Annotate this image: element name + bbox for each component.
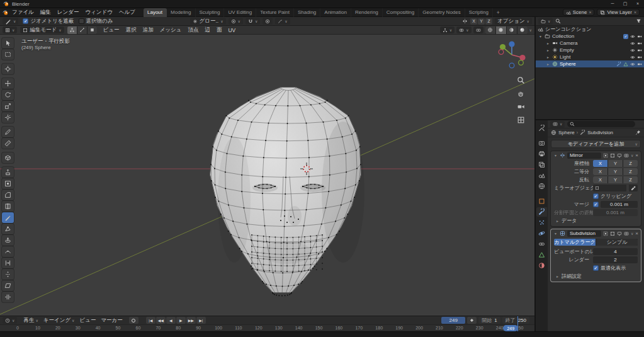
menu-help[interactable]: ヘルプ <box>116 9 138 16</box>
workspace-tab-shading[interactable]: Shading <box>294 8 320 17</box>
merge-threshold-field[interactable]: 0.001 m <box>601 201 638 208</box>
tool-select-box[interactable] <box>2 49 14 60</box>
search-icon[interactable] <box>555 18 561 24</box>
outliner-row-collection[interactable]: ▾Collection✓ <box>536 33 644 40</box>
properties-editor-type-button[interactable]: ∨ <box>550 121 565 128</box>
clipping-checkbox[interactable]: ✓ クリッピング <box>593 193 638 200</box>
properties-tab-world[interactable] <box>536 181 547 191</box>
display-render-icon[interactable] <box>624 153 629 158</box>
frame-end-field[interactable]: 終了 250 <box>502 317 529 324</box>
disclosure-icon[interactable]: ▸ <box>546 55 550 59</box>
tool-edge-slide[interactable] <box>2 258 14 268</box>
workspace-tab-modeling[interactable]: Modeling <box>167 8 195 17</box>
tool-move[interactable] <box>2 78 14 89</box>
properties-tab-data[interactable] <box>536 250 547 260</box>
tool-measure[interactable] <box>2 138 14 149</box>
select-mode-face[interactable] <box>88 26 97 34</box>
viewport-menu-vertex[interactable]: 頂点 <box>184 26 201 34</box>
filter-icon[interactable] <box>636 18 641 24</box>
viewport-menu-view[interactable]: ビュー <box>100 26 123 34</box>
disclosure-icon[interactable]: ▸ <box>546 41 550 45</box>
properties-tab-particles[interactable] <box>536 218 547 227</box>
delete-modifier-icon[interactable]: × <box>635 231 638 236</box>
only-selected-checkbox[interactable]: 選択物のみ <box>79 18 113 25</box>
snap-toggle[interactable]: ∨ <box>246 18 260 25</box>
levels-viewport-field[interactable]: 4 <box>593 248 638 255</box>
unlink-view-layer-icon[interactable]: × <box>634 10 636 14</box>
timeline-ruler[interactable]: 0102030405060708090100110120130140150160… <box>0 324 534 331</box>
properties-tab-view-layer[interactable] <box>536 160 547 169</box>
select-mode-edge[interactable] <box>77 26 87 34</box>
minimize-button[interactable]: ─ <box>606 0 619 8</box>
tool-poly-build[interactable] <box>2 224 14 234</box>
mirror-object-field[interactable] <box>593 185 626 191</box>
outliner-row-light[interactable]: ▸Light <box>536 54 644 60</box>
maximize-button[interactable]: ▢ <box>619 0 631 8</box>
keyframe-button[interactable] <box>467 317 477 324</box>
modifier-extras-dropdown[interactable]: ∨ <box>631 154 633 157</box>
viewport-menu-mesh[interactable]: メッシュ <box>157 26 185 34</box>
timeline-menu-view[interactable]: ビュー <box>77 317 99 324</box>
select-mode-vertex[interactable] <box>67 26 77 34</box>
properties-tab-modifiers[interactable] <box>536 207 547 217</box>
outliner-row-camera[interactable]: ▸Camera <box>536 40 644 47</box>
playback-play-reverse[interactable]: ◀ <box>166 317 176 324</box>
disable-in-renders-icon[interactable] <box>637 55 642 60</box>
tool-loop-cut[interactable] <box>2 201 14 212</box>
mirror-data-section[interactable]: ▸ データ <box>551 217 641 224</box>
properties-search-field[interactable] <box>567 121 635 127</box>
shading-material-preview[interactable] <box>507 26 517 34</box>
3d-viewport[interactable]: ユーザー・平行投影 (249) Sphere <box>0 35 534 316</box>
levels-render-field[interactable]: 2 <box>593 256 638 263</box>
pin-icon[interactable] <box>635 130 641 135</box>
flip-y-toggle[interactable]: Y <box>608 176 623 183</box>
playback-jump-to-next-keyframe[interactable]: ▶▶ <box>186 317 196 324</box>
outliner-row-sphere[interactable]: ▸Sphere <box>536 60 644 67</box>
close-button[interactable]: × <box>631 0 644 8</box>
axis-x-toggle[interactable]: X <box>593 160 607 167</box>
menu-render[interactable]: レンダー <box>54 9 82 16</box>
mode-dropdown[interactable]: 編集モード ∨ <box>20 26 64 33</box>
disable-in-renders-icon[interactable] <box>637 34 642 39</box>
occlude-geometry-checkbox[interactable]: ✓ ジオメトリを遮蔽 <box>23 18 74 25</box>
workspace-tab-sculpting[interactable]: Sculpting <box>196 8 225 17</box>
flip-z-toggle[interactable]: Z <box>623 176 638 183</box>
mirror-axis-y[interactable]: Y <box>478 18 485 25</box>
bisect-z-toggle[interactable]: Z <box>623 168 638 175</box>
transform-orientation-dropdown[interactable]: グロー.. ∨ <box>190 18 226 25</box>
blender-menu-icon[interactable] <box>3 9 9 16</box>
expand-icon[interactable]: ▾ <box>553 231 558 236</box>
tool-shear[interactable] <box>2 280 14 291</box>
pivot-point-dropdown[interactable]: ∨ <box>229 18 243 25</box>
disclosure-icon[interactable]: ▸ <box>546 48 550 52</box>
bisect-x-toggle[interactable]: X <box>593 168 607 175</box>
tool-annotate[interactable] <box>2 127 14 137</box>
scene-collection-row[interactable]: シーンコレクション <box>536 26 644 33</box>
menu-file[interactable]: ファイル <box>9 9 37 16</box>
show-gizmo-dropdown[interactable]: ∨ <box>440 26 455 33</box>
viewport-menu-face[interactable]: 面 <box>213 26 225 34</box>
view-layer-selector[interactable]: View Layer × <box>597 9 640 16</box>
workspace-tab-layout[interactable]: Layout <box>144 8 167 17</box>
scene-selector[interactable]: Scene × <box>563 9 595 16</box>
breadcrumb-modifier[interactable]: Subdivision <box>587 130 613 135</box>
tool-tweak[interactable] <box>2 38 14 49</box>
display-realtime-icon[interactable] <box>617 153 622 158</box>
toggle-ortho-icon[interactable] <box>517 116 525 124</box>
tool-rotate[interactable] <box>2 89 14 100</box>
auto-keying-toggle[interactable] <box>129 317 138 324</box>
display-edit-mode-icon[interactable] <box>610 153 615 158</box>
timeline-menu-playback[interactable]: 再生∨ <box>21 317 40 324</box>
proportional-edit-toggle[interactable] <box>263 18 273 25</box>
modifier-extras-dropdown[interactable]: ∨ <box>631 232 633 236</box>
tool-cursor[interactable] <box>2 64 14 74</box>
modifier-name-field[interactable]: Subdivision <box>567 231 601 237</box>
navigation-gizmo[interactable] <box>495 38 528 71</box>
workspace-tab-rendering[interactable]: Rendering <box>351 8 383 17</box>
viewport-menu-edge[interactable]: 辺 <box>201 26 213 34</box>
menu-window[interactable]: ウィンドウ <box>82 9 116 16</box>
menu-edit[interactable]: 編集 <box>37 9 54 16</box>
timeline-menu-keying[interactable]: キーイング∨ <box>41 317 77 324</box>
tool-extrude-region[interactable] <box>2 167 14 178</box>
workspace-tab-texture-paint[interactable]: Texture Paint <box>256 8 294 17</box>
